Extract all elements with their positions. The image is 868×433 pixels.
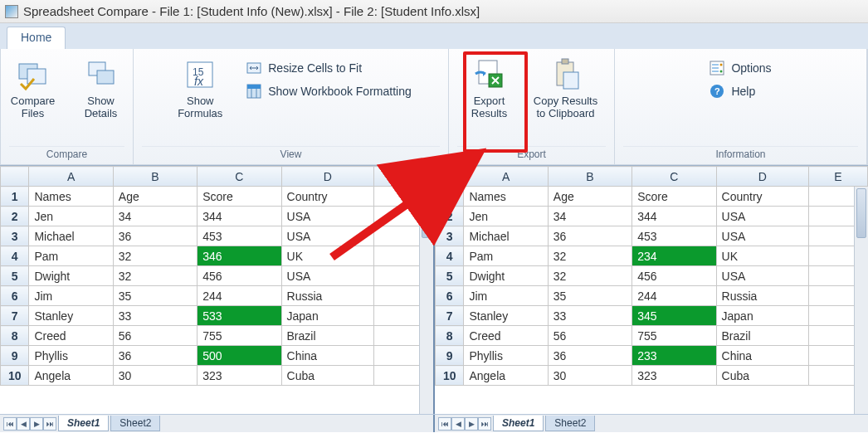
copy-results-button[interactable]: Copy Results to Clipboard: [529, 54, 603, 124]
row-header[interactable]: 10: [436, 366, 464, 386]
col-header[interactable]: C: [197, 167, 281, 187]
cell[interactable]: 323: [632, 366, 716, 386]
col-header[interactable]: D: [281, 167, 373, 187]
cell[interactable]: Names: [464, 187, 548, 207]
cell[interactable]: 345: [632, 306, 716, 326]
cell[interactable]: Michael: [29, 226, 113, 246]
show-formulas-button[interactable]: 15fx Show Formulas: [167, 54, 233, 124]
cell[interactable]: USA: [716, 226, 808, 246]
cell[interactable]: Cuba: [281, 366, 373, 386]
cell[interactable]: Score: [632, 187, 716, 207]
row-header[interactable]: 2: [436, 207, 464, 226]
left-scrollbar[interactable]: [419, 187, 433, 414]
corner-cell[interactable]: [1, 167, 29, 187]
left-grid[interactable]: ABCDE1NamesAgeScoreCountry2Jen34344USA3M…: [0, 166, 433, 386]
row-header[interactable]: 5: [1, 266, 29, 286]
cell[interactable]: Cuba: [716, 366, 808, 386]
scrollbar-thumb[interactable]: [422, 188, 432, 238]
cell[interactable]: Japan: [716, 306, 808, 326]
cell[interactable]: 33: [548, 306, 631, 326]
cell[interactable]: 453: [197, 226, 281, 246]
cell[interactable]: Phyllis: [29, 346, 113, 366]
corner-cell[interactable]: [436, 167, 464, 187]
row-header[interactable]: 3: [436, 226, 464, 246]
compare-files-button[interactable]: Compare Files: [4, 54, 62, 124]
cell[interactable]: Jen: [464, 207, 548, 226]
cell[interactable]: 456: [197, 266, 281, 286]
sheet-nav-button[interactable]: ▶: [30, 417, 43, 431]
cell[interactable]: 533: [197, 306, 281, 326]
cell[interactable]: 35: [548, 286, 631, 306]
right-grid[interactable]: ABCDE1NamesAgeScoreCountry2Jen34344USA3M…: [435, 166, 868, 386]
cell[interactable]: Creed: [464, 326, 548, 346]
row-header[interactable]: 6: [1, 286, 29, 306]
row-header[interactable]: 3: [1, 226, 29, 246]
cell[interactable]: 453: [632, 226, 716, 246]
sheet-nav-button[interactable]: ⏭: [43, 417, 56, 431]
col-header[interactable]: A: [29, 167, 113, 187]
row-header[interactable]: 1: [436, 187, 464, 207]
cell[interactable]: Pam: [29, 246, 113, 266]
cell[interactable]: 755: [632, 326, 716, 346]
help-button[interactable]: ? Help: [706, 82, 774, 100]
cell[interactable]: USA: [281, 207, 373, 226]
cell[interactable]: 344: [197, 207, 281, 226]
cell[interactable]: Jen: [29, 207, 113, 226]
row-header[interactable]: 5: [436, 266, 464, 286]
cell[interactable]: 35: [113, 286, 197, 306]
cell[interactable]: USA: [716, 266, 808, 286]
export-results-button[interactable]: Export Results: [461, 54, 519, 124]
cell[interactable]: UK: [716, 246, 808, 266]
show-details-button[interactable]: Show Details: [72, 54, 130, 124]
cell[interactable]: USA: [281, 226, 373, 246]
cell[interactable]: Brazil: [716, 326, 808, 346]
row-header[interactable]: 7: [1, 306, 29, 326]
show-formatting-button[interactable]: Show Workbook Formatting: [243, 82, 414, 100]
col-header[interactable]: C: [632, 167, 716, 187]
tab-home[interactable]: Home: [7, 27, 66, 49]
row-header[interactable]: 6: [436, 286, 464, 306]
cell[interactable]: Jim: [464, 286, 548, 306]
cell[interactable]: 755: [197, 326, 281, 346]
cell[interactable]: 30: [113, 366, 197, 386]
row-header[interactable]: 7: [436, 306, 464, 326]
cell[interactable]: 34: [113, 207, 197, 226]
cell[interactable]: 244: [632, 286, 716, 306]
cell[interactable]: Stanley: [464, 306, 548, 326]
row-header[interactable]: 1: [1, 187, 29, 207]
cell[interactable]: USA: [281, 266, 373, 286]
cell[interactable]: Angela: [29, 366, 113, 386]
col-header[interactable]: A: [464, 167, 548, 187]
cell[interactable]: China: [281, 346, 373, 366]
sheet-nav-button[interactable]: ▶: [465, 417, 478, 431]
cell[interactable]: 346: [197, 246, 281, 266]
cell[interactable]: Russia: [716, 286, 808, 306]
cell[interactable]: 32: [113, 266, 197, 286]
cell[interactable]: 33: [113, 306, 197, 326]
cell[interactable]: Russia: [281, 286, 373, 306]
row-header[interactable]: 2: [1, 207, 29, 226]
cell[interactable]: Michael: [464, 226, 548, 246]
sheet-nav-button[interactable]: ⏮: [3, 417, 17, 431]
cell[interactable]: 56: [113, 326, 197, 346]
row-header[interactable]: 4: [436, 246, 464, 266]
cell[interactable]: 32: [113, 246, 197, 266]
cell[interactable]: Jim: [29, 286, 113, 306]
row-header[interactable]: 8: [436, 326, 464, 346]
cell[interactable]: Score: [197, 187, 281, 207]
col-header[interactable]: E: [809, 167, 868, 187]
scrollbar-thumb[interactable]: [856, 188, 866, 238]
cell[interactable]: Brazil: [281, 326, 373, 346]
cell[interactable]: 32: [548, 266, 631, 286]
cell[interactable]: Names: [29, 187, 113, 207]
row-header[interactable]: 8: [1, 326, 29, 346]
cell[interactable]: Stanley: [29, 306, 113, 326]
cell[interactable]: 30: [548, 366, 631, 386]
cell[interactable]: 244: [197, 286, 281, 306]
cell[interactable]: Age: [548, 187, 631, 207]
col-header[interactable]: B: [548, 167, 631, 187]
cell[interactable]: Dwight: [29, 266, 113, 286]
cell[interactable]: 233: [632, 346, 716, 366]
cell[interactable]: 32: [548, 246, 631, 266]
sheet-nav-button[interactable]: ⏮: [438, 417, 451, 431]
